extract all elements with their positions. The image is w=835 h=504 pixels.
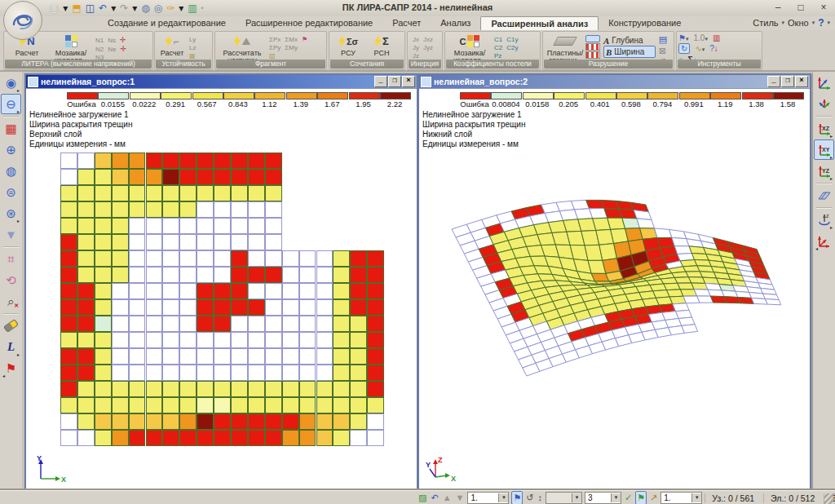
loading-select[interactable]: 1.▼ bbox=[467, 492, 509, 504]
globe-badge-icon[interactable]: ◎ bbox=[153, 2, 163, 15]
stability-calc-button[interactable]: ⌐ Расчет bbox=[157, 33, 188, 57]
stability-grid-icon[interactable]: ▦ bbox=[189, 52, 196, 60]
view-yz-button[interactable]: YZ▸ bbox=[814, 161, 834, 181]
crack-bot-icon[interactable] bbox=[585, 51, 600, 59]
maximize-button[interactable]: □ bbox=[793, 2, 809, 13]
open-file-icon[interactable]: ⬒ bbox=[71, 2, 82, 15]
ne-button[interactable]: Ne bbox=[108, 46, 116, 53]
window-menu[interactable]: Окно bbox=[788, 18, 809, 28]
tools-rotate-icon[interactable]: ↻ bbox=[678, 43, 690, 54]
view-plane-button[interactable] bbox=[814, 185, 834, 206]
fragment-grid-icon[interactable]: ▨ bbox=[269, 52, 276, 60]
cross2-icon[interactable]: ✛ bbox=[120, 45, 126, 53]
measure-distance-button[interactable]: L▸ bbox=[1, 337, 21, 357]
view-dimetric-button[interactable] bbox=[814, 94, 834, 114]
close-button[interactable]: × bbox=[815, 2, 832, 13]
scale-select[interactable]: 3▼ bbox=[585, 492, 621, 504]
tab-2[interactable]: Расчет bbox=[382, 16, 431, 30]
edit-flag-button[interactable]: ⚑◂ bbox=[1, 358, 21, 378]
new-dropdown-icon[interactable]: ▾ bbox=[62, 2, 68, 15]
child-window-2[interactable]: нелинейная_вопрос:2 _ ❐ × Ошибка0.008040… bbox=[418, 73, 811, 491]
jyz-button[interactable]: Jyz bbox=[423, 44, 433, 51]
help-icon[interactable]: ? bbox=[818, 17, 824, 29]
tools-help-down-icon[interactable]: ?↓ bbox=[709, 44, 718, 53]
zoom-cancel-button[interactable]: ⌕✕ bbox=[1, 291, 21, 312]
resize-grip[interactable] bbox=[824, 493, 835, 504]
depth-button[interactable]: AГлубина bbox=[603, 35, 656, 46]
report-icon[interactable]: ▥ bbox=[187, 2, 197, 15]
view-xz-button[interactable]: XZ▸ bbox=[814, 118, 834, 139]
jx-button[interactable]: Jx bbox=[413, 36, 419, 43]
undo-icon[interactable]: ↶ bbox=[98, 2, 108, 15]
tools-flag-icon[interactable]: ⚑▾ bbox=[678, 33, 688, 42]
book-icon[interactable]: ▤ bbox=[659, 34, 667, 45]
select-mesh-button[interactable]: ▦ bbox=[1, 118, 21, 139]
status-measure[interactable]: ↕ bbox=[537, 492, 544, 504]
minimize-button[interactable]: – bbox=[770, 2, 786, 13]
c1-button[interactable]: C1 bbox=[494, 36, 502, 43]
jxz-button[interactable]: Jxz bbox=[423, 36, 433, 43]
status-check[interactable]: ✓ bbox=[624, 492, 633, 504]
rsn-button[interactable]: Σ РСН bbox=[365, 33, 398, 57]
child-window-2-titlebar[interactable]: нелинейная_вопрос:2 _ ❐ × bbox=[419, 75, 810, 88]
c2y-button[interactable]: C2y bbox=[506, 44, 518, 51]
ly-button[interactable]: Ly bbox=[189, 36, 196, 43]
tools-book-icon[interactable]: ▥ bbox=[713, 33, 720, 42]
select-horizontal-button[interactable]: ⊜ bbox=[1, 182, 21, 202]
lz-button[interactable]: Lz bbox=[189, 44, 196, 51]
status-flag[interactable]: ⚑ bbox=[511, 491, 523, 504]
node-select[interactable]: 1.▼ bbox=[660, 492, 702, 504]
crack-width-mosaic-isometric[interactable] bbox=[419, 89, 806, 464]
jz-button[interactable]: Jz bbox=[413, 52, 419, 60]
style-dropdown-icon[interactable]: ▾ bbox=[782, 20, 785, 26]
child-close-button[interactable]: × bbox=[402, 76, 415, 87]
status-down[interactable]: ▼ bbox=[455, 492, 466, 504]
status-undo[interactable]: ↶ bbox=[430, 492, 439, 504]
status-polyfilter[interactable]: ▨ bbox=[418, 492, 427, 504]
polyfilter-button[interactable]: ⌗ bbox=[1, 249, 21, 269]
paint-icon[interactable]: ✑ bbox=[166, 2, 175, 15]
window-x-icon[interactable]: ⊠ bbox=[659, 46, 667, 56]
status-lasso[interactable]: ↺ bbox=[525, 492, 534, 504]
tab-0[interactable]: Создание и редактирование bbox=[98, 16, 236, 30]
child-minimize-button[interactable]: _ bbox=[767, 76, 780, 87]
status-up[interactable]: ▲ bbox=[442, 492, 453, 504]
child-minimize-button[interactable]: _ bbox=[374, 76, 387, 87]
select-target-button[interactable]: ⊕ bbox=[1, 139, 21, 160]
select-sphere-button[interactable]: ◉▸ bbox=[1, 73, 21, 93]
width-button[interactable]: BШирина bbox=[603, 46, 656, 58]
fragment-flag-icon[interactable]: ⚑ bbox=[302, 36, 307, 43]
status-wand[interactable]: ↗ bbox=[649, 492, 658, 504]
select-vertical-button[interactable]: ◍ bbox=[1, 161, 21, 181]
smy-button[interactable]: ΣMy bbox=[285, 44, 298, 51]
smx-button[interactable]: ΣMx bbox=[285, 36, 298, 43]
rotate-z-button[interactable]: z▸ bbox=[814, 210, 834, 230]
spotlight-button[interactable] bbox=[1, 316, 21, 336]
new-document-icon[interactable]: ▢ bbox=[49, 2, 60, 15]
view-axes-red-button[interactable]: ◂ bbox=[814, 231, 834, 251]
view-isometric-button[interactable] bbox=[814, 73, 834, 93]
redo-dropdown-icon[interactable]: ▾ bbox=[131, 2, 138, 15]
n2-button[interactable]: N2 bbox=[95, 46, 104, 53]
spy-button[interactable]: ΣPy bbox=[269, 44, 281, 51]
help-dropdown-icon[interactable]: ▾ bbox=[827, 20, 830, 26]
app-logo-icon[interactable] bbox=[3, 1, 42, 40]
spx-button[interactable]: ΣPx bbox=[269, 36, 281, 43]
mode-select[interactable]: ▼ bbox=[546, 492, 582, 504]
crack-mid-icon[interactable] bbox=[585, 43, 600, 51]
unselect-button[interactable]: ⊖▸ bbox=[1, 94, 21, 114]
child-restore-button[interactable]: ❐ bbox=[388, 76, 401, 87]
tools-scale-button[interactable]: 1.0▾ bbox=[693, 33, 707, 42]
cross-icon[interactable]: ✛ bbox=[120, 36, 126, 44]
crack-top-icon[interactable] bbox=[585, 35, 600, 42]
tab-5[interactable]: Конструирование bbox=[599, 16, 691, 30]
select-block-button[interactable]: ⊛▸ bbox=[1, 203, 21, 223]
child-window-1-titlebar[interactable]: нелинейная_вопрос:1 _ ❐ × bbox=[26, 75, 417, 88]
undo-dropdown-icon[interactable]: ▾ bbox=[110, 2, 117, 15]
filter-button[interactable]: ▼ bbox=[1, 224, 21, 245]
tab-1[interactable]: Расширенное редактирование bbox=[236, 16, 382, 30]
child-window-1-content[interactable]: Ошибка0.01550.02220.2910.5670.8431.121.3… bbox=[26, 88, 417, 489]
jy-button[interactable]: Jy bbox=[413, 44, 419, 51]
flag-rotate-button[interactable]: ⟲ bbox=[1, 270, 21, 290]
child-restore-button[interactable]: ❐ bbox=[781, 76, 794, 87]
